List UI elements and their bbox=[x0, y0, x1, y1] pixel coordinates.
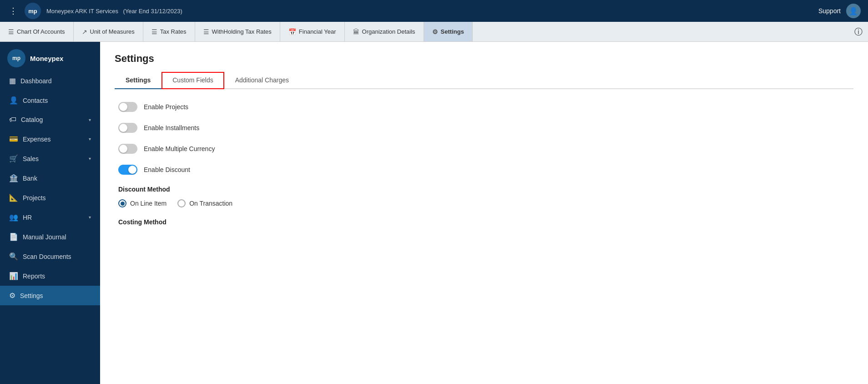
sidebar-item-sales[interactable]: 🛒 Sales ▾ bbox=[0, 149, 100, 168]
sidebar-item-projects[interactable]: 📐 Projects bbox=[0, 188, 100, 207]
settings-sidebar-icon: ⚙ bbox=[9, 291, 15, 300]
sub-tab-settings[interactable]: Settings bbox=[115, 72, 161, 89]
tab-organization-details[interactable]: 🏛 Organization Details bbox=[345, 22, 424, 41]
expenses-icon: 💳 bbox=[9, 135, 18, 143]
scan-docs-icon: 🔍 bbox=[9, 252, 18, 261]
toggle-enable-multiple-currency[interactable] bbox=[118, 144, 137, 154]
org-details-icon: 🏛 bbox=[353, 28, 359, 35]
enable-projects-label: Enable Projects bbox=[144, 103, 188, 111]
hr-arrow: ▾ bbox=[89, 215, 91, 220]
help-button[interactable]: ⓘ bbox=[849, 22, 868, 41]
catalog-icon: 🏷 bbox=[9, 116, 16, 124]
costing-method-title: Costing Method bbox=[118, 218, 850, 226]
radio-on-line-item-circle bbox=[118, 199, 126, 207]
sidebar-logo: mp bbox=[7, 49, 25, 67]
sidebar-item-hr[interactable]: 👥 HR ▾ bbox=[0, 207, 100, 227]
brand-name: Moneypex ARK IT Services (Year End 31/12… bbox=[46, 7, 813, 15]
contacts-icon: 👤 bbox=[9, 96, 18, 105]
enable-multiple-currency-label: Enable Multiple Currency bbox=[144, 145, 215, 152]
radio-on-line-item[interactable]: On Line Item bbox=[118, 199, 167, 207]
toggle-enable-installments-row: Enable Installments bbox=[118, 123, 850, 133]
top-bar-right: Support 👤 bbox=[818, 4, 861, 18]
sidebar-item-manual-journal[interactable]: 📄 Manual Journal bbox=[0, 227, 100, 247]
sub-tabs: Settings Custom Fields Additional Charge… bbox=[115, 72, 853, 89]
sidebar-item-reports[interactable]: 📊 Reports bbox=[0, 266, 100, 286]
settings-tab-icon: ⚙ bbox=[432, 28, 438, 35]
dashboard-icon: ▦ bbox=[9, 76, 16, 85]
radio-on-transaction-label: On Transaction bbox=[189, 200, 232, 207]
menu-dots[interactable]: ⋮ bbox=[7, 6, 19, 16]
radio-on-transaction[interactable]: On Transaction bbox=[177, 199, 232, 207]
sidebar-item-catalog[interactable]: 🏷 Catalog ▾ bbox=[0, 110, 100, 129]
toggle-enable-projects[interactable] bbox=[118, 102, 137, 112]
radio-on-line-item-label: On Line Item bbox=[130, 200, 167, 207]
projects-icon: 📐 bbox=[9, 193, 18, 202]
tab-bar: ☰ Chart Of Accounts ↗ Unit of Measures ☰… bbox=[0, 22, 868, 42]
catalog-arrow: ▾ bbox=[89, 117, 91, 122]
tab-settings[interactable]: ⚙ Settings bbox=[424, 22, 473, 41]
discount-method-section: Discount Method On Line Item On Transact… bbox=[118, 186, 850, 207]
toggle-enable-installments[interactable] bbox=[118, 123, 137, 133]
toggle-enable-projects-row: Enable Projects bbox=[118, 102, 850, 112]
financial-year-icon: 📅 bbox=[288, 28, 296, 35]
user-avatar[interactable]: 👤 bbox=[846, 4, 861, 18]
toggle-enable-discount[interactable] bbox=[118, 165, 137, 175]
tab-withholding-tax-rates[interactable]: ☰ WithHolding Tax Rates bbox=[195, 22, 280, 41]
hr-icon: 👥 bbox=[9, 213, 18, 222]
costing-method-section: Costing Method bbox=[118, 218, 850, 226]
sales-arrow: ▾ bbox=[89, 156, 91, 161]
sidebar-item-settings[interactable]: ⚙ Settings bbox=[0, 286, 100, 305]
sidebar-item-expenses[interactable]: 💳 Expenses ▾ bbox=[0, 129, 100, 149]
reports-icon: 📊 bbox=[9, 272, 18, 280]
sidebar: mp Moneypex ▦ Dashboard 👤 Contacts 🏷 Cat… bbox=[0, 42, 100, 384]
top-logo: mp bbox=[25, 3, 41, 19]
tab-unit-of-measures[interactable]: ↗ Unit of Measures bbox=[74, 22, 143, 41]
radio-on-transaction-circle bbox=[177, 199, 186, 207]
enable-installments-label: Enable Installments bbox=[144, 124, 199, 131]
tax-rates-icon: ☰ bbox=[151, 28, 157, 35]
tab-tax-rates[interactable]: ☰ Tax Rates bbox=[143, 22, 195, 41]
tab-financial-year[interactable]: 📅 Financial Year bbox=[280, 22, 345, 41]
enable-discount-label: Enable Discount bbox=[144, 166, 190, 173]
sales-icon: 🛒 bbox=[9, 154, 18, 163]
discount-method-title: Discount Method bbox=[118, 186, 850, 193]
sidebar-item-dashboard[interactable]: ▦ Dashboard bbox=[0, 71, 100, 91]
sidebar-item-bank[interactable]: 🏦 Bank bbox=[0, 168, 100, 188]
settings-section: Enable Projects Enable Installments Enab… bbox=[115, 102, 853, 226]
sidebar-item-scan-documents[interactable]: 🔍 Scan Documents bbox=[0, 247, 100, 266]
chart-accounts-icon: ☰ bbox=[8, 28, 14, 35]
content-area: Settings Settings Custom Fields Addition… bbox=[100, 42, 868, 384]
page-title: Settings bbox=[115, 53, 853, 65]
bank-icon: 🏦 bbox=[9, 174, 18, 182]
withholding-icon: ☰ bbox=[203, 28, 209, 35]
toggle-enable-discount-row: Enable Discount bbox=[118, 165, 850, 175]
sub-tab-custom-fields[interactable]: Custom Fields bbox=[161, 72, 224, 89]
unit-measures-icon: ↗ bbox=[82, 28, 87, 35]
sub-tab-additional-charges[interactable]: Additional Charges bbox=[224, 72, 300, 89]
support-link[interactable]: Support bbox=[818, 7, 841, 15]
tab-chart-of-accounts[interactable]: ☰ Chart Of Accounts bbox=[0, 22, 74, 41]
manual-journal-icon: 📄 bbox=[9, 232, 18, 241]
top-bar: ⋮ mp Moneypex ARK IT Services (Year End … bbox=[0, 0, 868, 22]
sidebar-item-contacts[interactable]: 👤 Contacts bbox=[0, 91, 100, 110]
main-layout: mp Moneypex ▦ Dashboard 👤 Contacts 🏷 Cat… bbox=[0, 42, 868, 384]
sidebar-logo-area: mp Moneypex bbox=[0, 42, 100, 71]
toggle-enable-multiple-currency-row: Enable Multiple Currency bbox=[118, 144, 850, 154]
discount-method-radio-group: On Line Item On Transaction bbox=[118, 199, 850, 207]
expenses-arrow: ▾ bbox=[89, 136, 91, 141]
sidebar-brand: Moneypex bbox=[30, 55, 63, 62]
